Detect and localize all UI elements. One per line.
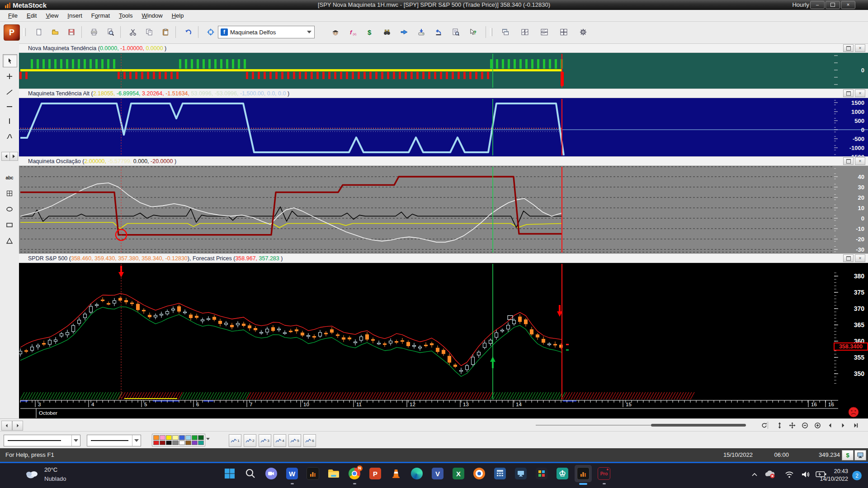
taskbar-edge[interactable] bbox=[410, 467, 424, 480]
expert-advisor-button[interactable] bbox=[328, 25, 343, 39]
zoom-in-button[interactable] bbox=[812, 421, 823, 429]
panel-header-maquineta-oscilacao[interactable]: Maquineta Oscilação (2.00000, -5.57799, … bbox=[19, 156, 868, 166]
tool-vertical-line[interactable] bbox=[3, 115, 16, 127]
tool-horizontal-line[interactable] bbox=[3, 100, 16, 113]
tray-chevron-icon[interactable] bbox=[751, 472, 758, 477]
color-swatch[interactable] bbox=[198, 441, 204, 446]
color-swatch[interactable] bbox=[160, 441, 165, 446]
undo-button[interactable] bbox=[181, 25, 195, 39]
panel-close-button[interactable]: × bbox=[855, 89, 865, 97]
zoom-out-button[interactable] bbox=[799, 421, 810, 429]
tool-trendline[interactable] bbox=[3, 86, 16, 98]
cascade-windows-button[interactable] bbox=[498, 25, 513, 39]
color-swatch[interactable] bbox=[185, 441, 191, 446]
page-left-button[interactable] bbox=[825, 421, 835, 429]
color-swatch[interactable] bbox=[192, 441, 198, 446]
menu-format[interactable]: Format bbox=[87, 11, 114, 20]
page-end-button[interactable] bbox=[850, 421, 861, 429]
context-help-button[interactable]: ? bbox=[466, 25, 480, 39]
taskbar-browser-orange[interactable] bbox=[472, 467, 486, 480]
monitor-button[interactable] bbox=[854, 450, 866, 460]
scroll-right-button[interactable] bbox=[12, 421, 23, 431]
color-swatch[interactable] bbox=[179, 441, 185, 446]
downloader-button[interactable] bbox=[414, 25, 429, 39]
taskbar-search[interactable] bbox=[244, 467, 257, 480]
copy-button[interactable] bbox=[142, 25, 156, 39]
panel-maximize-button[interactable] bbox=[843, 157, 854, 165]
weather-temp[interactable]: 20°C bbox=[44, 466, 57, 473]
color-swatch[interactable] bbox=[185, 435, 191, 440]
panel-header-maquineta-tendencia-alt[interactable]: Maquineta Tendência Alt (2.18055, -6.899… bbox=[19, 89, 868, 98]
price-data-button[interactable]: $ bbox=[363, 25, 377, 39]
color-swatch[interactable] bbox=[172, 435, 178, 440]
paste-button[interactable] bbox=[158, 25, 173, 39]
nav-next-button[interactable] bbox=[9, 152, 18, 161]
nav-prev-button[interactable] bbox=[1, 152, 10, 161]
taskbar-explorer-folder[interactable] bbox=[327, 467, 340, 480]
taskbar-word[interactable]: W bbox=[285, 467, 299, 480]
taskbar-grid-app[interactable] bbox=[535, 467, 548, 480]
line-style-combo[interactable] bbox=[4, 435, 80, 446]
minimize-button[interactable]: – bbox=[810, 1, 825, 9]
color-swatch[interactable] bbox=[198, 435, 204, 440]
scroll-left-button[interactable] bbox=[1, 421, 12, 431]
color-swatch[interactable] bbox=[166, 435, 172, 440]
indicator-builder-button[interactable]: f(x) bbox=[345, 25, 360, 39]
taskbar-monitor-app[interactable] bbox=[514, 467, 528, 480]
palette-dropdown-arrow[interactable] bbox=[206, 438, 210, 440]
color-swatch[interactable] bbox=[172, 441, 178, 446]
color-swatch[interactable] bbox=[179, 435, 185, 440]
menu-view[interactable]: View bbox=[41, 11, 63, 20]
menu-window[interactable]: Window bbox=[137, 11, 167, 20]
scrollbar-thumb[interactable] bbox=[651, 424, 746, 427]
layout-combo[interactable]: f Maquineta Delfos bbox=[218, 26, 315, 38]
taskbar-calculator[interactable] bbox=[493, 467, 507, 480]
vertical-size-button[interactable] bbox=[774, 421, 785, 429]
chart-template-button-3[interactable]: 3 bbox=[259, 434, 271, 447]
onedrive-error-icon[interactable] bbox=[765, 470, 776, 479]
volume-icon[interactable] bbox=[801, 470, 810, 479]
chart-template-button-6[interactable]: 6 bbox=[303, 434, 316, 447]
taskbar-metastock[interactable] bbox=[306, 467, 320, 480]
taskbar-visio[interactable]: V bbox=[431, 467, 444, 480]
menu-tools[interactable]: Tools bbox=[114, 11, 137, 20]
taskbar-powerpoint[interactable]: P bbox=[368, 467, 382, 480]
tile-horizontal-button[interactable] bbox=[537, 25, 552, 39]
print-preview-button[interactable] bbox=[103, 25, 118, 39]
color-palette[interactable] bbox=[152, 434, 205, 446]
report-button[interactable] bbox=[448, 25, 463, 39]
chart-template-button-2[interactable]: 2 bbox=[244, 434, 256, 447]
color-swatch[interactable] bbox=[153, 435, 159, 440]
panel-close-button[interactable]: × bbox=[855, 44, 865, 52]
cut-button[interactable] bbox=[126, 25, 140, 39]
crosshair-target-button[interactable] bbox=[203, 25, 218, 39]
taskbar-chat[interactable] bbox=[264, 467, 278, 480]
color-swatch[interactable] bbox=[192, 435, 198, 440]
tool-crosshair-plus[interactable] bbox=[3, 70, 16, 82]
tool-regression-curve[interactable] bbox=[3, 130, 16, 142]
panel-maximize-button[interactable] bbox=[843, 254, 854, 262]
menu-insert[interactable]: Insert bbox=[63, 11, 87, 20]
forecaster-arrow-button[interactable] bbox=[397, 25, 411, 39]
dollar-button[interactable]: $ bbox=[842, 450, 854, 460]
tool-grid[interactable] bbox=[3, 187, 16, 199]
taskbar-excel[interactable]: X bbox=[452, 467, 465, 480]
menu-help[interactable]: Help bbox=[167, 11, 189, 20]
menu-edit[interactable]: Edit bbox=[22, 11, 41, 20]
notification-badge[interactable]: 2 bbox=[852, 471, 862, 480]
weather-desc[interactable]: Nublado bbox=[44, 475, 66, 482]
taskbar-start[interactable] bbox=[223, 467, 236, 480]
taskbar-pro[interactable]: Pro bbox=[597, 467, 611, 480]
tile-vertical-button[interactable] bbox=[518, 25, 532, 39]
taskbar-vlc[interactable] bbox=[389, 467, 403, 480]
taskbar-metastock-active[interactable] bbox=[576, 467, 590, 480]
taskbar-chess[interactable]: ♔ bbox=[556, 467, 569, 480]
panel-header-nova-maquineta-tendencia[interactable]: Nova Maquineta Tendência (0.0000, -1.000… bbox=[19, 43, 868, 53]
panel-maximize-button[interactable] bbox=[843, 44, 854, 52]
weather-widget[interactable] bbox=[25, 469, 39, 479]
tile-grid-button[interactable] bbox=[557, 25, 571, 39]
panel-close-button[interactable]: × bbox=[855, 157, 865, 165]
tool-text[interactable]: abc bbox=[3, 172, 16, 184]
save-button[interactable] bbox=[64, 25, 79, 39]
tool-rectangle[interactable] bbox=[3, 219, 16, 231]
